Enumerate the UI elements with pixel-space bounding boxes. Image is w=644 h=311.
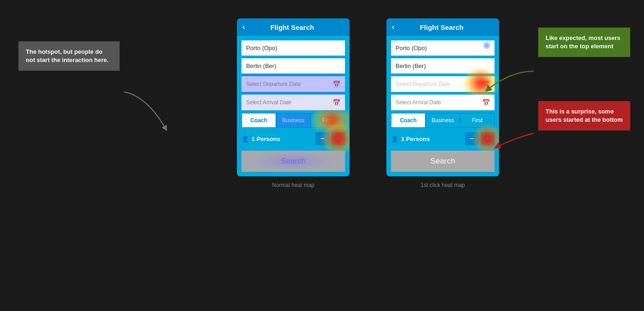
class-first-normal[interactable]: First <box>310 113 345 128</box>
search-button-normal[interactable]: Search <box>242 151 345 172</box>
back-button-first-click[interactable]: ‹ <box>392 23 394 31</box>
calendar-icon-arrival-first-click: 📅 <box>482 99 490 106</box>
phone-title-normal: Flight Search <box>249 23 335 31</box>
destination-field-first-click[interactable]: Berlin (Ber) <box>391 58 494 74</box>
class-buttons-first-click: Coach Business First <box>391 113 494 128</box>
phone-screen-first-click: ‹ Flight Search Porto (Opo) Berlin (Ber)… <box>386 18 499 176</box>
class-coach-normal[interactable]: Coach <box>242 113 276 128</box>
person-icon-normal: 👤 <box>242 136 249 142</box>
arrow-dark <box>120 87 175 142</box>
calendar-icon-departure-normal: 📅 <box>333 80 340 88</box>
phone-header-normal: ‹ Flight Search <box>237 18 350 36</box>
calendar-icon-arrival-normal: 📅 <box>333 99 340 106</box>
persons-controls-normal: − + <box>316 132 345 145</box>
persons-row-first-click: 👤 1 Persons − + <box>391 130 494 147</box>
decrease-persons-normal[interactable]: − <box>316 132 329 145</box>
class-business-first-click[interactable]: Business <box>426 113 460 128</box>
person-icon-first-click: 👤 <box>391 136 398 142</box>
increase-persons-first-click[interactable]: + <box>481 132 494 145</box>
phone-header-first-click: ‹ Flight Search <box>386 18 499 36</box>
annotation-bottom-surprise: This is a surprise, some users started a… <box>538 101 630 130</box>
origin-field-normal[interactable]: Porto (Opo) <box>242 40 345 56</box>
phone-body-normal: Porto (Opo) Berlin (Ber) Select Departur… <box>237 36 350 176</box>
arrow-red <box>492 129 538 152</box>
phone-screen-normal: ‹ Flight Search Porto (Opo) Berlin (Ber)… <box>237 18 350 176</box>
back-button-normal[interactable]: ‹ <box>242 23 245 31</box>
phone-label-first-click: 1st click heat map <box>420 182 465 188</box>
persons-label-normal: 👤 1 Persons <box>242 136 312 142</box>
search-button-first-click[interactable]: Search <box>391 151 494 172</box>
arrival-field-first-click[interactable]: Select Arrival Date 📅 <box>391 95 494 110</box>
calendar-icon-departure-first-click: 📅 <box>482 80 490 88</box>
annotation-hotspot: The hotspot, but people do not start the… <box>18 41 120 71</box>
annotation-top-element: Like expected, most users start on the t… <box>538 28 630 57</box>
class-business-normal[interactable]: Business <box>276 113 310 128</box>
persons-row-normal: 👤 1 Persons − + <box>242 130 345 147</box>
origin-field-first-click[interactable]: Porto (Opo) <box>391 40 494 56</box>
class-first-first-click[interactable]: First <box>460 113 494 128</box>
class-buttons-normal: Coach Business First <box>242 113 345 128</box>
departure-field-first-click[interactable]: Select Departure Date 📅 <box>391 76 494 92</box>
phone-label-normal: Normal heat map <box>272 182 314 188</box>
persons-label-first-click: 👤 1 Persons <box>391 136 461 142</box>
persons-controls-first-click: − + <box>465 132 494 145</box>
departure-field-normal[interactable]: Select Departure Date 📅 <box>242 76 345 92</box>
class-coach-first-click[interactable]: Coach <box>391 113 426 128</box>
phone-normal-heatmap: ‹ Flight Search Porto (Opo) Berlin (Ber)… <box>237 18 350 188</box>
decrease-persons-first-click[interactable]: − <box>465 132 479 145</box>
phone-body-first-click: Porto (Opo) Berlin (Ber) Select Departur… <box>386 36 499 176</box>
phone-title-first-click: Flight Search <box>399 23 484 31</box>
arrival-field-normal[interactable]: Select Arrival Date 📅 <box>242 95 345 110</box>
phone-first-click-heatmap: ‹ Flight Search Porto (Opo) Berlin (Ber)… <box>386 18 499 188</box>
main-container: The hotspot, but people do not start the… <box>0 0 644 188</box>
destination-field-normal[interactable]: Berlin (Ber) <box>242 58 345 74</box>
increase-persons-normal[interactable]: + <box>331 132 345 145</box>
